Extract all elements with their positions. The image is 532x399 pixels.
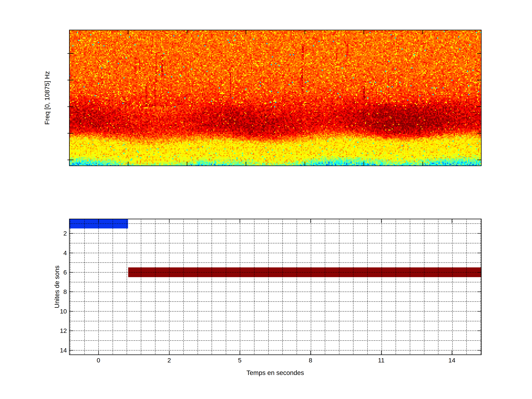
spectrogram-y-tick — [67, 80, 69, 80]
x-tick-label: 11 — [378, 356, 384, 364]
y-tick-label: 14 — [50, 347, 67, 354]
spectrogram-y-tick — [67, 106, 69, 107]
y-tick-label: 6 — [50, 269, 67, 276]
spectrogram-y-tick — [67, 160, 69, 160]
spectrogram-y-axis-label: Freq [0, 10875] Hz — [43, 71, 51, 125]
spectrogram-plot — [69, 30, 481, 166]
x-tick-label: 8 — [309, 356, 312, 364]
y-tick-label: 10 — [50, 308, 67, 315]
y-tick-label: 12 — [50, 327, 67, 334]
matlab-figure: Freq [0, 10875] Hz Unites de sons Temps … — [0, 0, 532, 399]
bars-x-axis-label: Temps en secondes — [247, 369, 304, 376]
sound-units-plot — [69, 219, 481, 355]
spectrogram-y-tick — [67, 133, 69, 133]
y-tick-label: 4 — [50, 249, 67, 257]
x-tick-label: 0 — [97, 356, 100, 364]
x-tick-label: 14 — [448, 356, 455, 364]
x-tick-label: 5 — [238, 356, 242, 364]
y-tick-label: 2 — [50, 230, 67, 237]
spectrogram-y-tick — [67, 53, 69, 54]
x-tick-label: 2 — [167, 356, 171, 364]
y-tick-label: 8 — [50, 288, 67, 295]
